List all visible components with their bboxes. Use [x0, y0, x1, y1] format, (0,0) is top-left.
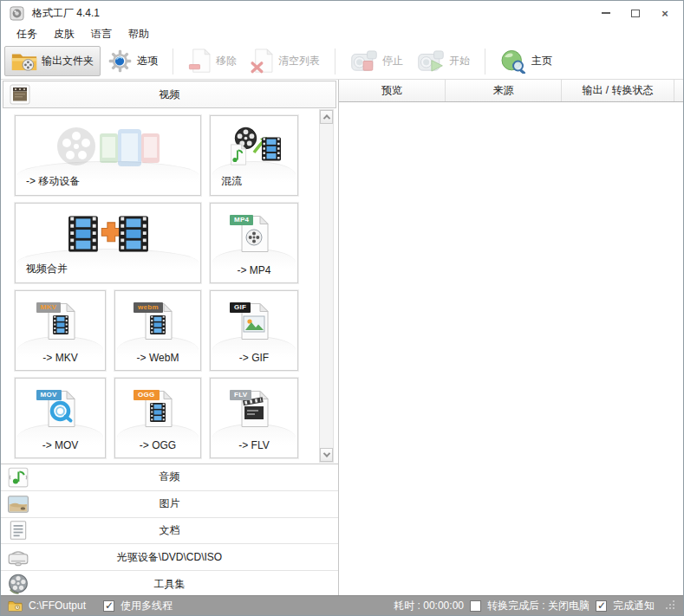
tab-video-label: 视频 — [3, 88, 335, 102]
category-picture[interactable]: 图片 — [1, 491, 338, 518]
maximize-icon — [631, 10, 640, 17]
close-icon: × — [661, 7, 668, 20]
start-label: 开始 — [449, 54, 470, 68]
app-window: 格式工厂 4.4.1 × 任务 皮肤 语言 帮助 输出文件夹 — [0, 0, 684, 616]
menu-help[interactable]: 帮助 — [121, 25, 159, 43]
category-label: 音频 — [1, 470, 338, 484]
card-to-gif[interactable]: GIF -> GIF — [210, 290, 298, 371]
folder-reel-icon — [11, 50, 37, 72]
clear-list-button[interactable]: 清空列表 — [244, 44, 327, 78]
column-header-preview[interactable]: 预览 — [339, 80, 446, 101]
category-audio[interactable]: 音频 — [1, 464, 338, 491]
scroll-down-button[interactable] — [320, 448, 333, 462]
column-header-source[interactable]: 来源 — [446, 80, 562, 101]
format-tag: GIF — [230, 302, 251, 313]
task-list-panel: 预览 来源 输出 / 转换状态 — [339, 80, 683, 597]
category-label: 工具集 — [1, 577, 338, 592]
mux-icon — [211, 120, 297, 172]
output-path[interactable]: C:\FFOutput — [29, 600, 86, 612]
category-list: 音频 图片 — [1, 464, 338, 597]
multithread-checkbox[interactable] — [103, 600, 114, 612]
stop-button[interactable]: 停止 — [343, 45, 410, 77]
column-header-filler — [674, 80, 683, 101]
card-label: -> GIF — [211, 352, 297, 364]
maximize-button[interactable] — [621, 1, 650, 25]
options-button[interactable]: 选项 — [101, 44, 165, 78]
resize-grip[interactable] — [666, 601, 674, 610]
shutdown-label: 转换完成后 : 关闭电脑 — [487, 599, 590, 613]
menu-language[interactable]: 语言 — [84, 25, 121, 43]
format-tag: FLV — [230, 390, 251, 400]
format-tag: MP4 — [230, 215, 253, 225]
menu-task[interactable]: 任务 — [10, 25, 47, 43]
category-document[interactable]: 文档 — [1, 518, 338, 545]
card-video-merge[interactable]: 视频合并 — [15, 203, 201, 283]
app-logo-icon — [10, 6, 24, 21]
film-reel-icon — [7, 573, 29, 595]
close-button[interactable]: × — [650, 1, 680, 25]
menu-bar: 任务 皮肤 语言 帮助 — [1, 25, 683, 43]
grid-scrollbar[interactable] — [319, 109, 334, 463]
notify-label: 完成通知 — [613, 599, 655, 613]
gear-icon — [107, 49, 133, 74]
category-label: 光驱设备\DVD\CD\ISO — [1, 550, 338, 565]
category-label: 图片 — [1, 496, 338, 511]
elapsed-time: 耗时 : 00:00:00 — [394, 599, 464, 613]
gif-file-icon: GIF — [237, 301, 271, 342]
tab-video[interactable]: 视频 — [3, 81, 336, 108]
remove-label: 移除 — [216, 54, 237, 68]
video-presets-area: -> 移动设备 — [1, 108, 338, 464]
card-label: -> MKV — [16, 352, 105, 364]
ogg-file-icon: OGG — [140, 388, 175, 430]
document-icon — [7, 519, 29, 541]
card-label: -> MP4 — [211, 264, 297, 276]
card-mux[interactable]: 混流 — [210, 115, 298, 196]
format-tag: OGG — [134, 390, 160, 400]
disc-drive-icon — [7, 546, 29, 568]
column-header-output-state[interactable]: 输出 / 转换状态 — [562, 80, 674, 101]
minimize-button[interactable] — [591, 1, 621, 25]
card-label: -> OGG — [115, 439, 200, 451]
card-label: -> MOV — [16, 439, 105, 451]
format-tag: MOV — [36, 390, 62, 400]
card-to-mp4[interactable]: MP4 -> MP4 — [210, 203, 298, 283]
home-button[interactable]: 主页 — [493, 45, 559, 78]
shutdown-checkbox[interactable] — [470, 600, 481, 612]
category-label: 文档 — [1, 523, 338, 538]
card-to-mov[interactable]: MOV -> MOV — [15, 378, 106, 458]
card-to-ogg[interactable]: OGG -> OGG — [114, 378, 201, 458]
status-bar: C:\FFOutput 使用多线程 耗时 : 00:00:00 转换完成后 : … — [1, 595, 683, 615]
card-label: -> FLV — [211, 439, 297, 451]
card-to-mobile[interactable]: -> 移动设备 — [15, 115, 201, 196]
camera-start-icon — [417, 49, 445, 73]
card-to-mkv[interactable]: MKV -> MKV — [15, 290, 106, 371]
notify-checkbox[interactable] — [596, 600, 607, 612]
scroll-up-button[interactable] — [320, 110, 333, 124]
format-tag: webm — [134, 302, 163, 313]
video-clapper-icon — [10, 84, 30, 105]
card-label: 混流 — [221, 174, 242, 189]
multithread-label: 使用多线程 — [121, 599, 173, 613]
start-button[interactable]: 开始 — [410, 45, 477, 77]
card-label: -> 移动设备 — [26, 174, 80, 189]
mobile-devices-icon — [16, 120, 200, 172]
mkv-file-icon: MKV — [43, 301, 78, 342]
main-area: 视频 — [1, 79, 683, 597]
category-toolset[interactable]: 工具集 — [1, 571, 338, 597]
flv-clapper-icon: FLV — [237, 388, 271, 430]
options-label: 选项 — [137, 54, 158, 68]
task-list-body[interactable] — [339, 102, 683, 597]
output-folder-small-icon[interactable] — [8, 600, 23, 612]
globe-magnifier-icon — [500, 49, 527, 74]
remove-button[interactable]: 移除 — [181, 44, 244, 78]
category-rom-device[interactable]: 光驱设备\DVD\CD\ISO — [1, 544, 338, 571]
card-to-flv[interactable]: FLV -> FLV — [210, 378, 298, 458]
window-title: 格式工厂 4.4.1 — [32, 6, 591, 21]
output-folder-button[interactable]: 输出文件夹 — [4, 46, 101, 76]
toolbar-separator — [173, 49, 173, 75]
remove-page-icon — [188, 49, 212, 74]
menu-skin[interactable]: 皮肤 — [47, 25, 84, 43]
card-to-webm[interactable]: webm -> WebM — [114, 290, 201, 371]
minimize-icon — [602, 12, 610, 14]
webm-file-icon: webm — [140, 301, 175, 342]
